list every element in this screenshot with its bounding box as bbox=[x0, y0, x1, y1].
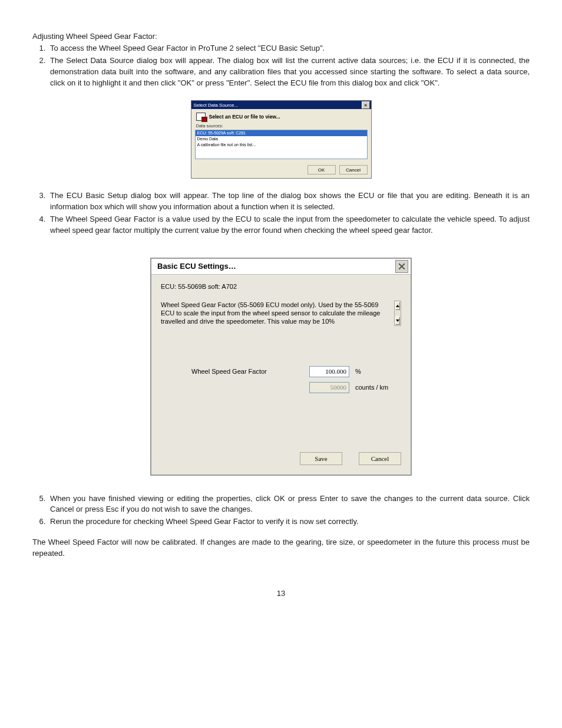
dialog1-list-label: Data sources: bbox=[191, 123, 371, 129]
close-icon[interactable] bbox=[395, 260, 408, 273]
description-text: Wheel Speed Gear Factor (55-5069 ECU mod… bbox=[161, 301, 392, 326]
cancel-button[interactable]: Cancel bbox=[339, 165, 368, 174]
step-5: When you have finished viewing or editin… bbox=[48, 493, 530, 517]
select-data-source-dialog: Select Data Source... × Select an ECU or… bbox=[191, 100, 372, 179]
list-item[interactable]: A calibration file not on this list... bbox=[196, 142, 367, 148]
scroll-down-icon[interactable] bbox=[395, 317, 400, 325]
dialog1-titlebar: Select Data Source... × bbox=[191, 101, 371, 109]
scroll-track[interactable] bbox=[395, 311, 401, 316]
data-source-list[interactable]: ECU: 55-5029A soft: C281 Demo Data A cal… bbox=[195, 130, 368, 159]
dialog2-title: Basic ECU Settings… bbox=[157, 262, 236, 271]
closing-paragraph: The Wheel Speed Factor will now be calib… bbox=[32, 537, 530, 559]
ecu-identifier: ECU: 55-5069B soft: A702 bbox=[161, 283, 401, 290]
step-3: The ECU Basic Setup dialog box will appe… bbox=[48, 190, 530, 214]
close-icon[interactable]: × bbox=[362, 101, 370, 109]
gear-factor-label: Wheel Speed Gear Factor bbox=[161, 368, 309, 375]
dialog2-titlebar: Basic ECU Settings… bbox=[151, 259, 411, 275]
step-6: Rerun the procedure for checking Wheel S… bbox=[48, 516, 530, 529]
ok-button[interactable]: OK bbox=[308, 165, 336, 174]
list-item[interactable]: Demo Data bbox=[196, 136, 367, 142]
gear-factor-counts-input bbox=[309, 382, 349, 393]
section-heading: Adjusting Wheel Speed Gear Factor: bbox=[32, 32, 530, 41]
list-item[interactable]: ECU: 55-5029A soft: C281 bbox=[196, 130, 367, 136]
instructions-list-3: When you have finished viewing or editin… bbox=[32, 493, 530, 529]
step-4: The Wheel Speed Gear Factor is a value u… bbox=[48, 214, 530, 238]
dialog1-header: Select an ECU or file to view... bbox=[191, 109, 371, 123]
step-1: To access the Wheel Speed Gear Factor in… bbox=[48, 43, 530, 55]
gear-factor-percent-input[interactable] bbox=[309, 366, 349, 377]
instructions-list-1: To access the Wheel Speed Gear Factor in… bbox=[32, 43, 530, 90]
save-button[interactable]: Save bbox=[300, 452, 342, 465]
basic-ecu-settings-dialog: Basic ECU Settings… ECU: 55-5069B soft: … bbox=[150, 258, 412, 476]
unit-percent: % bbox=[355, 368, 361, 375]
page-number: 13 bbox=[32, 589, 530, 598]
description-box: Wheel Speed Gear Factor (55-5069 ECU mod… bbox=[161, 301, 401, 326]
dialog1-prompt: Select an ECU or file to view... bbox=[209, 114, 280, 120]
screen-icon bbox=[196, 113, 206, 121]
scrollbar[interactable] bbox=[394, 301, 401, 326]
step-2: The Select Data Source dialog box will a… bbox=[48, 55, 530, 90]
cancel-button[interactable]: Cancel bbox=[359, 452, 401, 465]
unit-counts: counts / km bbox=[355, 384, 388, 391]
scroll-up-icon[interactable] bbox=[395, 302, 400, 310]
dialog1-title: Select Data Source... bbox=[194, 103, 239, 108]
instructions-list-2: The ECU Basic Setup dialog box will appe… bbox=[32, 190, 530, 237]
